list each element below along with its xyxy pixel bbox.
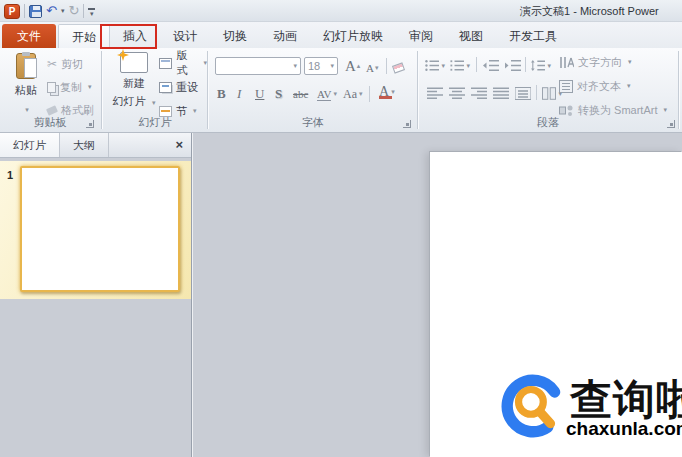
tab-transitions[interactable]: 切换 (210, 24, 260, 48)
align-right-button[interactable] (469, 84, 489, 103)
text-shadow-button[interactable]: S (275, 85, 282, 103)
slides-group: 新建 幻灯片 ▾ 版式 ▾ 重设 节 ▾ 幻灯片 (103, 48, 207, 132)
character-spacing-button[interactable]: AV ▾ (317, 85, 337, 103)
bullets-button[interactable]: ▾ (425, 56, 445, 75)
undo-icon[interactable]: ↶ (46, 4, 57, 18)
grow-font-button[interactable]: A ▴ (345, 57, 360, 75)
button-divider (386, 58, 387, 74)
dialog-launcher-icon[interactable] (403, 120, 411, 128)
chevron-down-icon: ▾ (627, 82, 631, 90)
new-slide-label-1: 新建 (111, 76, 157, 91)
align-text-label: 对齐文本 (577, 79, 621, 94)
close-icon[interactable]: × (175, 137, 183, 153)
bullets-icon (425, 59, 439, 72)
toolbar-separator (83, 4, 84, 18)
layout-label: 版式 (176, 48, 197, 78)
slide-number: 1 (7, 169, 13, 181)
font-size-value: 18 (308, 60, 320, 72)
chevron-down-icon: ▾ (391, 88, 395, 96)
text-direction-label: 文字方向 (578, 55, 622, 70)
slide-thumbnail-cell[interactable]: 1 (0, 161, 191, 299)
reset-icon (159, 82, 172, 93)
chevron-down-icon[interactable]: ▾ (293, 62, 297, 70)
increase-indent-icon (505, 59, 521, 72)
font-color-button[interactable]: A ▾ (379, 83, 395, 101)
change-case-button[interactable]: Aa ▾ (343, 85, 363, 103)
justify-button[interactable] (491, 84, 511, 103)
tab-animations[interactable]: 动画 (260, 24, 310, 48)
chevron-down-icon: ▾ (152, 99, 156, 106)
undo-dropdown-icon[interactable]: ▾ (61, 7, 65, 15)
clear-formatting-button[interactable] (393, 59, 404, 77)
panel-tab-slides[interactable]: 幻灯片 (0, 133, 60, 157)
increase-indent-button[interactable] (503, 56, 523, 75)
chevron-down-icon: ▾ (663, 106, 667, 114)
line-spacing-button[interactable]: ▾ (531, 56, 551, 75)
font-name-select[interactable]: ▾ (215, 57, 301, 75)
bold-button[interactable]: B (217, 85, 226, 103)
slide-thumbnail[interactable] (20, 166, 180, 292)
align-center-button[interactable] (447, 84, 467, 103)
paragraph-group: ▾ ▾ ▾ (419, 48, 677, 132)
justify-icon (493, 87, 509, 100)
cut-button[interactable]: ✂ 剪切 (47, 55, 83, 73)
button-divider (525, 57, 526, 72)
distribute-text-icon (515, 87, 531, 100)
title-bar: P ↶ ▾ ↻ ▾ 演示文稿1 - Microsoft Power (0, 0, 682, 22)
tab-file[interactable]: 文件 (2, 24, 56, 48)
dialog-launcher-icon[interactable] (667, 120, 675, 128)
customize-toolbar-icon[interactable]: ▾ (88, 6, 95, 16)
columns-icon (542, 87, 556, 100)
panel-tab-outline[interactable]: 大纲 (60, 133, 109, 157)
underline-button[interactable]: U (255, 85, 264, 103)
redo-icon: ↻ (68, 4, 79, 18)
decrease-indent-icon (483, 59, 499, 72)
slides-group-label: 幻灯片 (103, 115, 207, 130)
text-direction-icon (559, 56, 574, 69)
numbering-icon (450, 59, 464, 72)
powerpoint-app-icon[interactable]: P (4, 4, 20, 19)
strikethrough-button[interactable]: abc (293, 85, 308, 103)
down-arrow-icon: ▾ (375, 64, 379, 72)
chevron-down-icon[interactable]: ▾ (330, 62, 334, 70)
decrease-indent-button[interactable] (481, 56, 501, 75)
text-direction-button[interactable]: 文字方向 ▾ (559, 53, 632, 71)
tab-design[interactable]: 设计 (160, 24, 210, 48)
font-group: ▾ 18 ▾ A ▴ A ▾ B I (209, 48, 417, 132)
format-painter-icon (46, 105, 58, 116)
numbering-button[interactable]: ▾ (450, 56, 470, 75)
italic-button[interactable]: I (237, 85, 241, 103)
tab-slideshow[interactable]: 幻灯片放映 (310, 24, 396, 48)
slides-panel: 幻灯片 大纲 × 1 (0, 133, 192, 457)
copy-icon (47, 82, 56, 93)
reset-button[interactable]: 重设 (159, 77, 198, 97)
new-slide-button[interactable]: 新建 幻灯片 ▾ (111, 51, 157, 125)
shadow-label: S (275, 86, 282, 102)
strikethrough-label: abc (293, 88, 308, 100)
ribbon: 粘贴 ▾ ✂ 剪切 复制 ▾ 格式刷 剪贴板 (0, 48, 682, 133)
cut-label: 剪切 (61, 57, 83, 72)
group-divider (417, 51, 418, 129)
align-text-button[interactable]: 对齐文本 ▾ (559, 77, 631, 95)
tab-review[interactable]: 审阅 (396, 24, 446, 48)
tab-developer[interactable]: 开发工具 (496, 24, 570, 48)
font-size-select[interactable]: 18 ▾ (304, 57, 338, 75)
group-divider (678, 51, 679, 129)
tab-view[interactable]: 视图 (446, 24, 496, 48)
window-title: 演示文稿1 - Microsoft Power (520, 4, 659, 19)
layout-button[interactable]: 版式 ▾ (159, 53, 207, 73)
distribute-text-button[interactable] (513, 84, 533, 103)
shrink-font-button[interactable]: A ▾ (366, 59, 378, 77)
paste-label: 粘贴 (6, 83, 46, 98)
watermark-url: chaxunla.com (566, 418, 682, 440)
group-divider (207, 51, 208, 129)
save-icon[interactable] (29, 5, 42, 18)
dialog-launcher-icon[interactable] (86, 120, 94, 128)
new-slide-label-2: 幻灯片 (113, 95, 146, 107)
chevron-down-icon: ▾ (466, 62, 470, 70)
paste-button[interactable]: 粘贴 ▾ (6, 51, 46, 125)
copy-button[interactable]: 复制 ▾ (47, 78, 92, 96)
align-right-icon (471, 87, 487, 100)
align-left-button[interactable] (425, 84, 445, 103)
button-divider (536, 85, 537, 100)
